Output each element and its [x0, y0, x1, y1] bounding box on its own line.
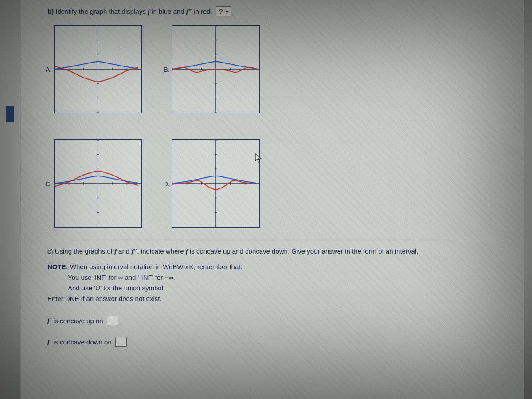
part-b-prompt: b) Identify the graph that displays f in…: [47, 6, 512, 16]
side-marker: [6, 106, 14, 122]
note-line-4: Enter DNE if an answer does not exist.: [47, 295, 162, 302]
label-B: B.: [163, 66, 172, 73]
part-c-and: and: [118, 247, 129, 255]
part-b-text-2: in blue and: [152, 8, 184, 15]
part-b-label: b): [47, 8, 54, 15]
concave-up-f: f: [47, 317, 50, 325]
note-line-1: When using interval notation in WeBWorK,…: [70, 263, 243, 270]
page-surface: b) Identify the graph that displays f in…: [20, 0, 524, 399]
label-C: C.: [45, 180, 54, 188]
part-c-tail: is concave up and concave down. Give you…: [190, 247, 418, 255]
part-c-mid: , indicate where: [137, 247, 184, 255]
part-c-prompt: c) Using the graphs of f and f″, indicat…: [47, 247, 512, 255]
f-blue-symbol: f: [148, 8, 150, 15]
concave-down-input[interactable]: [115, 337, 127, 347]
note-block: NOTE: When using interval notation in We…: [47, 262, 512, 304]
part-b-text-1: Identify the graph that displays: [55, 8, 145, 15]
part-c-fpp: f″: [131, 248, 137, 255]
label-A: A.: [45, 66, 54, 73]
section-divider: [47, 239, 512, 239]
note-line-3: And use 'U' for the union symbol.: [47, 283, 512, 293]
graph-options-grid: A. B. C. D.: [45, 23, 512, 230]
part-c-f1: f: [114, 248, 117, 255]
concave-up-input[interactable]: [107, 316, 118, 325]
plot-C: [54, 139, 142, 228]
concave-down-row: f is concave down on: [47, 337, 512, 347]
note-line-2: You use 'INF' for ∞ and '-INF' for −∞.: [47, 272, 512, 283]
concave-up-row: f is concave up on: [47, 316, 512, 325]
part-c-f2: f: [186, 248, 188, 255]
plot-D: [172, 139, 260, 228]
concave-up-label: is concave up on: [53, 317, 103, 325]
concave-down-f: f: [47, 338, 50, 346]
plot-B: [172, 25, 260, 113]
part-b-text-3: in red.: [194, 8, 212, 15]
note-head: NOTE:: [47, 263, 68, 270]
part-c-lead: c) Using the graphs of: [47, 247, 113, 255]
fpp-red-symbol: f″: [186, 8, 192, 15]
graph-choice-select[interactable]: ?: [216, 6, 231, 16]
concave-down-label: is concave down on: [53, 338, 112, 346]
label-D: D.: [163, 180, 172, 188]
plot-A: [54, 25, 142, 113]
